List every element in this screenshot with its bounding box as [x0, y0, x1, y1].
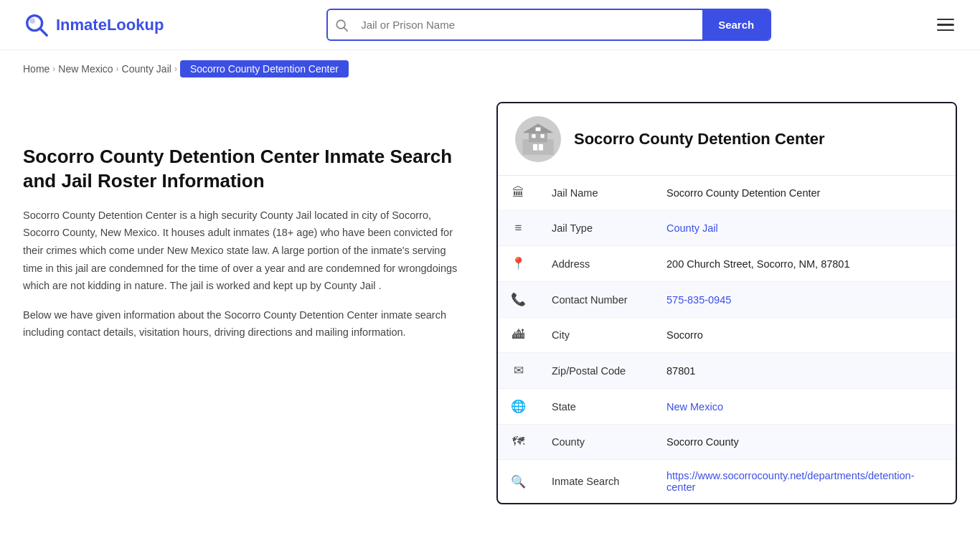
row-value: County Jail — [654, 211, 956, 246]
search-wrapper: Search — [326, 9, 771, 41]
row-icon: 🏛 — [498, 176, 539, 211]
svg-point-2 — [30, 18, 36, 24]
page-title: Socorro County Detention Center Inmate S… — [23, 145, 468, 194]
info-table: 🏛Jail NameSocorro County Detention Cente… — [498, 176, 956, 503]
row-label: Jail Type — [539, 211, 654, 246]
row-label: Contact Number — [539, 282, 654, 318]
row-icon: 🌐 — [498, 389, 539, 425]
row-label: State — [539, 389, 654, 425]
table-row: 🗺CountySocorro County — [498, 425, 956, 460]
breadcrumb-home[interactable]: Home — [23, 63, 50, 75]
breadcrumb-sep-1: › — [52, 64, 55, 74]
row-value-link[interactable]: County Jail — [666, 222, 718, 234]
table-row: 🏙CitySocorro — [498, 318, 956, 353]
search-button[interactable]: Search — [702, 10, 770, 39]
svg-rect-10 — [532, 134, 535, 138]
breadcrumb-current: Socorro County Detention Center — [180, 60, 349, 77]
svg-rect-8 — [533, 144, 537, 151]
row-value: New Mexico — [654, 389, 956, 425]
info-card: Socorro County Detention Center 🏛Jail Na… — [496, 102, 957, 504]
row-icon: 📍 — [498, 246, 539, 282]
facility-avatar — [515, 116, 561, 162]
page-desc-1: Socorro County Detention Center is a hig… — [23, 207, 468, 295]
row-value-link[interactable]: New Mexico — [666, 401, 723, 413]
breadcrumb-sep-2: › — [116, 64, 119, 74]
row-icon: 🏙 — [498, 318, 539, 353]
svg-line-4 — [344, 27, 348, 31]
table-row: 🔍Inmate Searchhttps://www.socorrocounty.… — [498, 460, 956, 504]
breadcrumb-sep-3: › — [174, 64, 177, 74]
svg-line-1 — [40, 28, 47, 35]
svg-rect-11 — [540, 134, 544, 138]
row-label: Address — [539, 246, 654, 282]
table-row: ✉Zip/Postal Code87801 — [498, 353, 956, 389]
row-label: County — [539, 425, 654, 460]
row-icon: 🗺 — [498, 425, 539, 460]
hamburger-menu[interactable] — [934, 16, 957, 34]
row-value-link[interactable]: 575-835-0945 — [666, 294, 731, 306]
table-row: 🌐StateNew Mexico — [498, 389, 956, 425]
page-desc-2: Below we have given information about th… — [23, 306, 468, 342]
table-row: 🏛Jail NameSocorro County Detention Cente… — [498, 176, 956, 211]
svg-rect-12 — [536, 128, 541, 131]
right-column: Socorro County Detention Center 🏛Jail Na… — [496, 102, 957, 504]
logo-text: InmateLookup — [56, 16, 164, 34]
row-value: 87801 — [654, 353, 956, 389]
site-header: InmateLookup Search — [0, 0, 980, 50]
breadcrumb: Home › New Mexico › County Jail › Socorr… — [0, 50, 980, 88]
row-label: City — [539, 318, 654, 353]
row-icon: 📞 — [498, 282, 539, 318]
row-value: 200 Church Street, Socorro, NM, 87801 — [654, 246, 956, 282]
svg-rect-9 — [539, 144, 543, 151]
row-value-link[interactable]: https://www.socorrocounty.net/department… — [666, 470, 915, 493]
row-label: Jail Name — [539, 176, 654, 211]
main-content: Socorro County Detention Center Inmate S… — [0, 88, 980, 533]
table-row: ≡Jail TypeCounty Jail — [498, 211, 956, 246]
info-card-header: Socorro County Detention Center — [498, 103, 956, 176]
site-logo[interactable]: InmateLookup — [23, 11, 164, 39]
row-value: 575-835-0945 — [654, 282, 956, 318]
breadcrumb-category[interactable]: County Jail — [122, 63, 171, 75]
row-icon: ≡ — [498, 211, 539, 246]
facility-name-header: Socorro County Detention Center — [574, 130, 825, 149]
logo-icon — [23, 11, 50, 39]
facility-building-icon — [519, 121, 557, 158]
search-input[interactable] — [355, 11, 702, 38]
row-label: Zip/Postal Code — [539, 353, 654, 389]
row-label: Inmate Search — [539, 460, 654, 504]
row-value: Socorro County Detention Center — [654, 176, 956, 211]
row-value: Socorro — [654, 318, 956, 353]
row-value: https://www.socorrocounty.net/department… — [654, 460, 956, 504]
row-value: Socorro County — [654, 425, 956, 460]
breadcrumb-state[interactable]: New Mexico — [58, 63, 113, 75]
search-icon — [328, 19, 355, 32]
row-icon: ✉ — [498, 353, 539, 389]
left-column: Socorro County Detention Center Inmate S… — [23, 102, 468, 504]
search-area: Search — [326, 9, 771, 41]
table-row: 📍Address200 Church Street, Socorro, NM, … — [498, 246, 956, 282]
row-icon: 🔍 — [498, 460, 539, 504]
table-row: 📞Contact Number575-835-0945 — [498, 282, 956, 318]
